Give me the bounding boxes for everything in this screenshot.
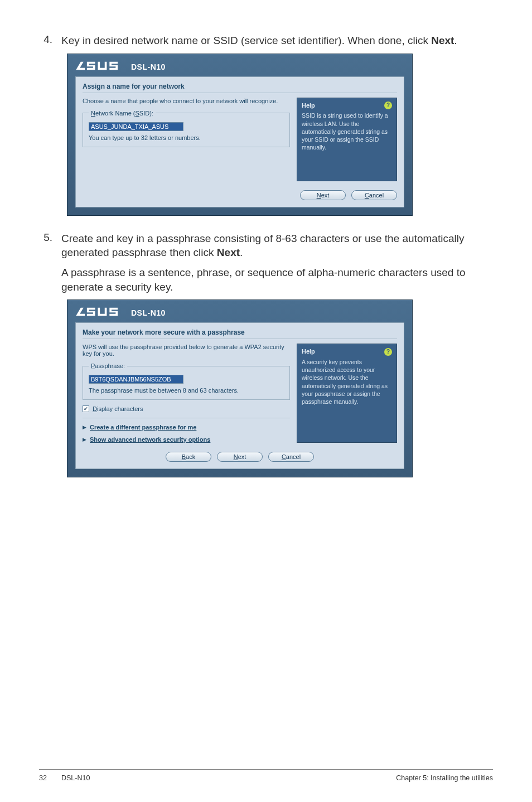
step-4-text: Key in desired network name or SSID (ser… [61, 33, 457, 48]
dialog1-panel: Assign a name for your network Choose a … [75, 76, 404, 207]
step4-bold: Next [431, 35, 454, 46]
passphrase-fieldset: Passphrase: The passphrase must be betwe… [83, 363, 290, 400]
footer-model: DSL-N10 [61, 774, 396, 782]
ssid-input[interactable] [89, 122, 183, 131]
asus-logo-row-2: DSL-N10 [75, 306, 404, 320]
help-box-2: Help ? A security key prevents unauthori… [297, 344, 397, 443]
step-5-text: Create and key in a passphrase consistin… [61, 231, 493, 260]
ssid-dialog: DSL-N10 Assign a name for your network C… [67, 54, 413, 216]
step5-text-a: Create and key in a passphrase consistin… [61, 233, 464, 259]
l1u: C [90, 424, 94, 431]
back-u: B [182, 453, 186, 460]
passphrase-dialog: DSL-N10 Make your network more secure wi… [67, 299, 413, 477]
cancel-u: C [365, 192, 369, 199]
help-icon-2[interactable]: ? [384, 348, 392, 356]
page-footer: 32 DSL-N10 Chapter 5: Installing the uti… [0, 769, 532, 782]
help-body-1: SSID is a string used to identify a wire… [302, 112, 392, 151]
divider-2 [83, 339, 397, 339]
dialog2-intro: WPS will use the passphrase provided bel… [83, 344, 290, 357]
link2-text: Show advanced network security options [90, 436, 210, 443]
next-u: N [317, 192, 321, 199]
link1-text: Create a different passphrase for me [90, 424, 196, 431]
passphrase-legend: Passphrase: [89, 363, 127, 369]
asus-logo-icon [75, 60, 127, 74]
svg-rect-1 [79, 67, 85, 70]
passphrase-hint: The passphrase must be between 8 and 63 … [89, 387, 284, 394]
help-box-1: Help ? SSID is a string used to identify… [297, 98, 397, 181]
ssid-hint: You can type up to 32 letters or numbers… [89, 134, 284, 141]
step5-text-b: . [240, 247, 243, 258]
footer-chapter: Chapter 5: Installing the utilities [396, 774, 493, 782]
next-button-1[interactable]: Next [300, 190, 346, 200]
back-button[interactable]: Back [166, 452, 211, 462]
link-show-advanced[interactable]: ▶ Show advanced network security options [83, 436, 290, 443]
arrow-icon-2: ▶ [83, 437, 86, 442]
asus-logo-icon-2 [75, 306, 127, 320]
help-title-1: Help [302, 102, 315, 110]
asus-logo-row: DSL-N10 [75, 60, 404, 74]
dialog2-model-label: DSL-N10 [131, 308, 166, 317]
help-title-2: Help [302, 347, 315, 356]
dialog1-model-label: DSL-N10 [131, 62, 166, 71]
divider-3 [83, 418, 290, 418]
dialog2-title: Make your network more secure with a pas… [83, 328, 397, 336]
page-number: 32 [39, 774, 61, 782]
dialog1-title: Assign a name for your network [83, 83, 397, 90]
step5-para2: A passphrase is a sentence, phrase, or s… [61, 265, 493, 294]
ssid-legend: Network Name (SSID): [89, 110, 156, 117]
step5-bold: Next [217, 247, 240, 258]
svg-rect-3 [79, 314, 85, 316]
cancel-button-2[interactable]: Cancel [268, 452, 314, 462]
cb-u: D [93, 405, 97, 412]
dialog2-panel: Make your network more secure with a pas… [75, 322, 404, 469]
cancel-u-2: C [282, 453, 286, 460]
step4-text-b: . [454, 35, 457, 46]
help-icon[interactable]: ? [384, 102, 392, 109]
display-chars-row[interactable]: ✔ Display characters [83, 405, 290, 412]
link-create-different[interactable]: ▶ Create a different passphrase for me [83, 424, 290, 431]
step-number-5: 5. [39, 231, 61, 260]
next-u-2: N [234, 453, 238, 460]
passphrase-input[interactable] [89, 375, 183, 384]
next-button-2[interactable]: Next [217, 452, 263, 462]
footer-rule [39, 769, 493, 770]
display-chars-checkbox[interactable]: ✔ [83, 405, 89, 412]
divider [83, 93, 397, 93]
step-number-4: 4. [39, 33, 61, 48]
ssid-fieldset: Network Name (SSID): You can type up to … [83, 110, 290, 147]
cancel-button-1[interactable]: Cancel [351, 190, 397, 200]
display-chars-label: Display characters [93, 405, 143, 412]
dialog1-intro: Choose a name that people who connect to… [83, 98, 290, 104]
l2u: S [90, 436, 94, 443]
step4-text-a: Key in desired network name or SSID (ser… [61, 35, 431, 46]
help-body-2: A security key prevents unauthorized acc… [302, 358, 392, 405]
arrow-icon: ▶ [83, 424, 86, 430]
